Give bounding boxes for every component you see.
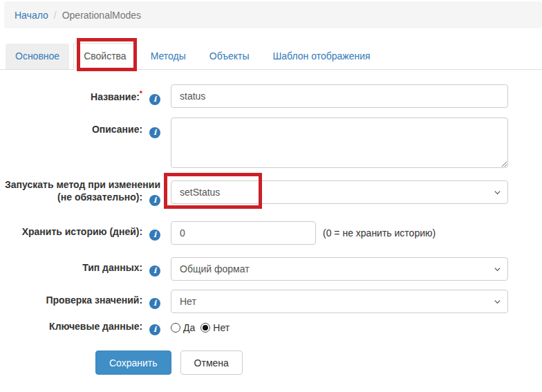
cancel-button[interactable]: Отмена [180,351,243,375]
info-icon[interactable]: i [149,324,160,335]
info-icon[interactable]: i [149,265,160,277]
info-icon[interactable]: i [149,230,160,241]
radio-icon[interactable] [200,323,210,333]
info-icon[interactable]: i [149,298,160,309]
value-check-select[interactable]: Нет [171,290,508,313]
radio-icon[interactable] [171,323,180,333]
key-data-radio-group: Да Нет [171,322,235,333]
method-on-change-select[interactable]: setStatus [171,180,508,204]
row-data-type: Тип данных: i Общий формат [0,257,508,281]
breadcrumb: Начало / OperationalModes [4,1,542,28]
description-textarea[interactable] [171,118,508,168]
breadcrumb-home-link[interactable]: Начало [15,10,48,21]
info-icon[interactable]: i [149,195,160,206]
tab-properties[interactable]: Свойства [73,43,136,70]
row-description: Описание: i [0,118,508,168]
row-method-on-change: Запускать метод при изменении (не обязат… [0,178,508,206]
data-type-select[interactable]: Общий формат [171,257,508,281]
row-key-data: Ключевые данные: i Да Нет [0,320,235,335]
history-days-input[interactable] [171,221,316,245]
value-check-label: Проверка значений: i [0,294,160,309]
description-label: Описание: i [0,118,160,138]
tab-bar: Основное Свойства Методы Объекты Шаблон … [0,44,542,70]
breadcrumb-separator: / [48,10,62,21]
history-days-hint: (0 = не хранить историю) [323,227,436,239]
tab-methods[interactable]: Методы [141,44,196,69]
row-value-check: Проверка значений: i Нет [0,290,508,313]
data-type-label: Тип данных: i [0,261,160,277]
key-data-label: Ключевые данные: i [0,320,160,335]
row-history-days: Хранить историю (дней): i (0 = не хранит… [0,221,436,245]
info-icon[interactable]: i [149,94,160,105]
required-asterisk: * [140,89,142,97]
key-data-radio-yes[interactable]: Да [171,322,195,333]
save-button[interactable]: Сохранить [95,351,171,375]
page: Начало / OperationalModes Основное Свойс… [0,0,542,392]
row-name: Название:* i [0,84,508,108]
tab-display-template[interactable]: Шаблон отображения [263,44,380,69]
method-on-change-label: Запускать метод при изменении (не обязат… [0,178,160,206]
breadcrumb-current: OperationalModes [62,10,141,21]
key-data-radio-no[interactable]: Нет [200,322,230,333]
form-actions: Сохранить Отмена [95,351,243,375]
info-icon[interactable]: i [149,127,160,138]
tab-objects[interactable]: Объекты [200,44,259,69]
name-label: Название:* i [0,87,160,106]
name-input[interactable] [171,84,508,108]
tab-main[interactable]: Основное [6,44,69,69]
history-days-label: Хранить историю (дней): i [0,225,160,241]
